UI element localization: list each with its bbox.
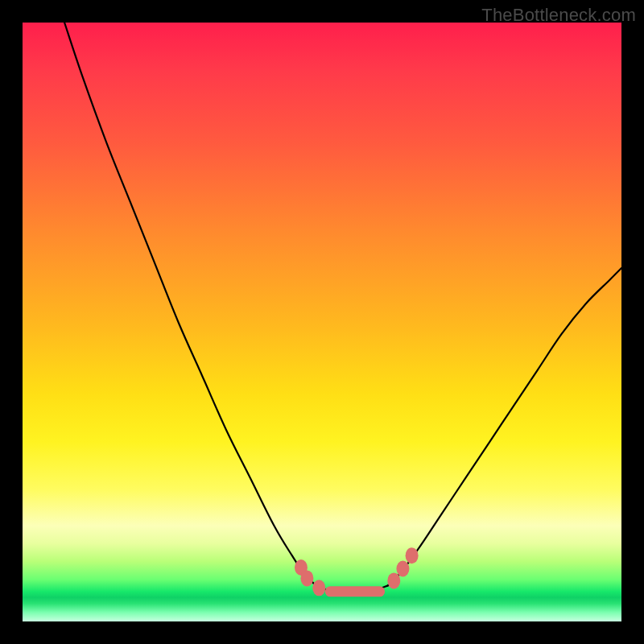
bottleneck-curve [23, 23, 621, 621]
highlight-markers [295, 547, 419, 597]
plot-area [23, 23, 621, 621]
chart-frame: TheBottleneck.com [0, 0, 644, 644]
curve-left-branch [64, 23, 316, 585]
highlight-dot [406, 547, 419, 564]
highlight-dot [396, 561, 409, 577]
watermark-text: TheBottleneck.com [481, 5, 636, 26]
curve-right-branch [388, 268, 621, 585]
highlight-dot [387, 572, 400, 588]
highlight-dot [312, 580, 325, 596]
highlight-dot [300, 570, 313, 586]
trough-bar [325, 586, 385, 597]
